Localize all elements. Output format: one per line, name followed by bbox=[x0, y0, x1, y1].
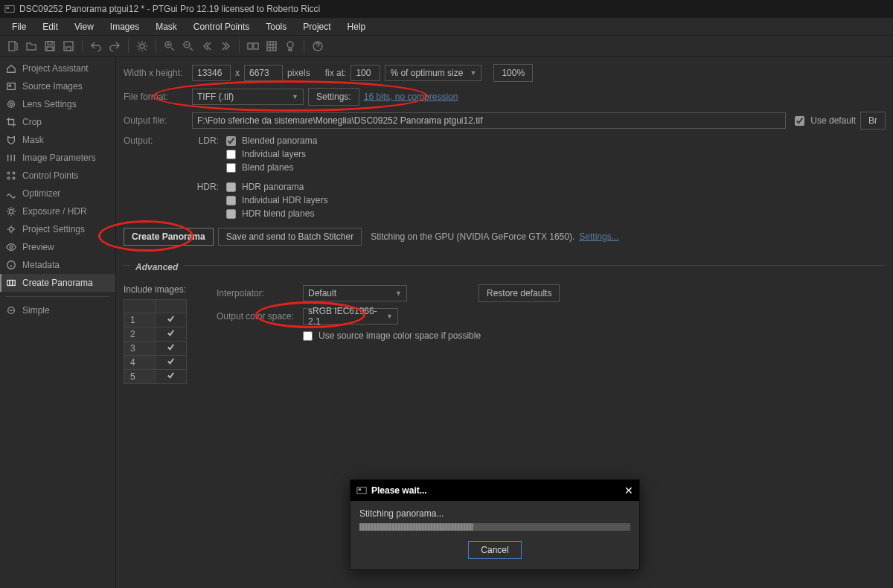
stitch-info: Stitching on the GPU (NVIDIA GeForce GTX… bbox=[371, 231, 574, 242]
redo-icon[interactable] bbox=[106, 38, 123, 54]
sidebar-item-exposure-hdr[interactable]: Exposure / HDR bbox=[0, 202, 115, 220]
help-icon[interactable] bbox=[310, 38, 326, 54]
svg-rect-1 bbox=[7, 7, 10, 9]
sidebar-item-image-parameters[interactable]: Image Parameters bbox=[0, 149, 115, 167]
sidebar-item-preview[interactable]: Preview bbox=[0, 238, 115, 256]
blend-planes-checkbox[interactable] bbox=[226, 163, 236, 173]
separator bbox=[239, 39, 240, 53]
sidebar-item-project-settings[interactable]: Project Settings bbox=[0, 220, 115, 238]
sidebar-label: Metadata bbox=[22, 260, 60, 270]
dialog-status: Stitching panorama... bbox=[359, 508, 630, 519]
menu-images[interactable]: Images bbox=[103, 19, 147, 34]
row-checkbox[interactable] bbox=[156, 356, 187, 370]
fix-input[interactable] bbox=[351, 65, 380, 81]
file-format-select[interactable]: TIFF (.tif)▼ bbox=[192, 89, 304, 105]
100pct-button[interactable]: 100% bbox=[493, 64, 533, 82]
bulb-icon[interactable] bbox=[282, 38, 298, 54]
next-icon[interactable] bbox=[217, 38, 234, 54]
menu-control-points[interactable]: Control Points bbox=[186, 19, 257, 34]
gear-icon[interactable] bbox=[134, 38, 150, 54]
svg-point-19 bbox=[10, 103, 13, 106]
svg-point-21 bbox=[13, 172, 15, 174]
sidebar-item-control-points[interactable]: Control Points bbox=[0, 167, 115, 185]
prev-icon[interactable] bbox=[199, 38, 215, 54]
interpolator-label: Interpolator: bbox=[217, 288, 298, 298]
table-row: 2 bbox=[124, 327, 187, 342]
blended-checkbox[interactable] bbox=[226, 136, 236, 146]
ldr-label: LDR: bbox=[192, 135, 219, 176]
svg-point-20 bbox=[7, 172, 10, 174]
svg-point-25 bbox=[9, 227, 13, 231]
optimum-size-select[interactable]: % of optimum size▼ bbox=[385, 65, 481, 81]
compression-link[interactable]: 16 bits, no compression bbox=[364, 92, 458, 102]
sidebar-item-project-assistant[interactable]: Project Assistant bbox=[0, 60, 115, 77]
zoom-in-icon[interactable] bbox=[161, 38, 178, 54]
sidebar-item-optimizer[interactable]: Optimizer bbox=[0, 185, 115, 202]
button-label: Create Panorama bbox=[132, 231, 205, 242]
settings-button[interactable]: Settings: bbox=[308, 88, 359, 106]
menubar: File Edit View Images Mask Control Point… bbox=[0, 18, 893, 36]
row-checkbox[interactable] bbox=[156, 313, 187, 327]
batch-stitcher-button[interactable]: Save and send to Batch Stitcher bbox=[218, 228, 362, 246]
save-as-icon[interactable] bbox=[60, 38, 77, 54]
sidebar-item-crop[interactable]: Crop bbox=[0, 113, 115, 131]
sidebar-item-metadata[interactable]: Metadata bbox=[0, 256, 115, 274]
individual-layers-checkbox[interactable] bbox=[226, 150, 236, 159]
height-input[interactable] bbox=[244, 65, 283, 81]
app-icon bbox=[356, 485, 367, 496]
grid-icon[interactable] bbox=[263, 38, 280, 54]
svg-rect-11 bbox=[248, 43, 252, 49]
close-icon[interactable]: ✕ bbox=[624, 485, 633, 496]
open-icon[interactable] bbox=[23, 38, 39, 54]
sidebar-item-mask[interactable]: Mask bbox=[0, 131, 115, 149]
save-icon[interactable] bbox=[42, 38, 58, 54]
zoom-out-icon[interactable] bbox=[180, 38, 196, 54]
row-checkbox[interactable] bbox=[156, 342, 187, 356]
svg-rect-4 bbox=[48, 42, 52, 45]
include-images-table: 1 2 3 4 5 bbox=[124, 299, 187, 384]
sidebar-item-lens-settings[interactable]: Lens Settings bbox=[0, 95, 115, 113]
separator bbox=[82, 39, 83, 53]
row-checkbox[interactable] bbox=[156, 370, 187, 384]
table-header[interactable] bbox=[156, 300, 187, 313]
menu-tools[interactable]: Tools bbox=[258, 19, 294, 34]
use-default-checkbox[interactable] bbox=[795, 116, 804, 126]
menu-edit[interactable]: Edit bbox=[35, 19, 65, 34]
fixat-label: fix at: bbox=[325, 68, 347, 78]
new-project-icon[interactable] bbox=[4, 38, 21, 54]
hdr-panorama-checkbox bbox=[226, 182, 236, 192]
menu-view[interactable]: View bbox=[67, 19, 101, 34]
menu-project[interactable]: Project bbox=[295, 19, 338, 34]
sidebar-label: Create Panorama bbox=[22, 278, 93, 288]
sidebar-item-create-panorama[interactable]: Create Panorama bbox=[0, 274, 115, 292]
use-source-cs-checkbox[interactable] bbox=[303, 331, 313, 341]
menu-help[interactable]: Help bbox=[340, 19, 374, 34]
output-file-input[interactable] bbox=[192, 112, 786, 129]
dialog-titlebar[interactable]: Please wait... ✕ bbox=[351, 480, 639, 501]
output-color-space-select[interactable]: sRGB IEC61966-2.1▼ bbox=[303, 308, 398, 325]
separator bbox=[128, 39, 129, 53]
sidebar-label: Source Images bbox=[22, 81, 83, 92]
width-input[interactable] bbox=[192, 65, 231, 81]
panorama-editor-icon[interactable] bbox=[245, 38, 261, 54]
window-titlebar: DSC09252 Panorama ptgui12 * - PTGui Pro … bbox=[0, 0, 893, 18]
undo-icon[interactable] bbox=[88, 38, 104, 54]
create-panorama-button[interactable]: Create Panorama bbox=[124, 228, 214, 246]
separator bbox=[156, 39, 156, 53]
sidebar-item-source-images[interactable]: Source Images bbox=[0, 77, 115, 95]
stitch-settings-link[interactable]: Settings... bbox=[579, 231, 618, 242]
menu-mask[interactable]: Mask bbox=[148, 19, 185, 34]
separator bbox=[6, 296, 109, 297]
progress-bar bbox=[359, 523, 630, 531]
interpolator-select[interactable]: Default▼ bbox=[303, 285, 407, 301]
menu-file[interactable]: File bbox=[4, 19, 33, 34]
browse-button[interactable]: Br bbox=[860, 112, 886, 130]
cancel-button[interactable]: Cancel bbox=[468, 541, 521, 559]
hdr-blend-checkbox bbox=[226, 209, 236, 219]
sidebar-item-simple[interactable]: Simple bbox=[0, 301, 115, 319]
table-row: 3 bbox=[124, 342, 187, 356]
restore-defaults-button[interactable]: Restore defaults bbox=[478, 284, 560, 302]
output-label: Output: bbox=[124, 135, 188, 146]
row-checkbox[interactable] bbox=[156, 327, 187, 342]
table-header[interactable] bbox=[124, 300, 156, 313]
